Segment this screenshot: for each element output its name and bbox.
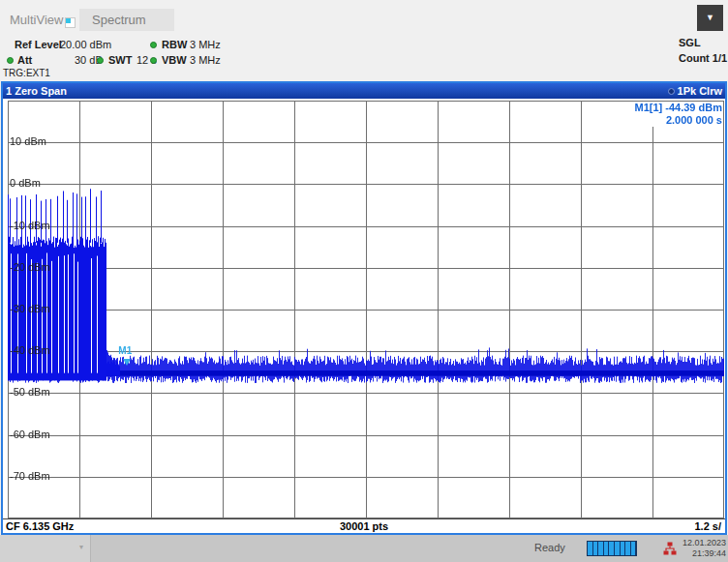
y-axis-tick-label: 0 dBm — [10, 177, 41, 189]
status-bar-left-segment[interactable]: ▾ — [0, 535, 91, 562]
sweep-progress-bar — [587, 541, 637, 556]
trace-mode-dot-icon — [668, 88, 675, 95]
trace-mode-label: 1Pk Clrw — [678, 85, 722, 97]
tab-multiview[interactable]: MultiView — [10, 13, 63, 27]
window-menu-button[interactable]: ▼ — [697, 5, 723, 31]
y-axis-tick-label: -70 dBm — [10, 470, 50, 482]
status-caret-icon: ▾ — [79, 543, 83, 551]
status-bar: ▾ Ready 12.01.2023 21:39:44 — [0, 535, 728, 562]
marker-readout: M1[1] -44.39 dBm 2.000 000 s — [632, 102, 722, 127]
swt-status-led-icon — [97, 57, 104, 64]
instrument-screen: MultiView Spectrum ▼ Ref Level 20.00 dBm… — [0, 0, 728, 562]
ref-level-value[interactable]: 20.00 dBm — [60, 39, 111, 50]
network-status-icon — [663, 542, 677, 559]
multiview-window-icon — [65, 17, 76, 28]
tab-spectrum[interactable]: Spectrum — [79, 9, 174, 31]
measurement-window: 1 Zero Span 1Pk Clrw M1[1] -44.39 dBm 2.… — [1, 81, 727, 535]
y-axis-tick-label: -40 dBm — [10, 344, 50, 356]
y-axis-tick-label: -20 dBm — [10, 261, 50, 273]
marker-readout-level: M1[1] -44.39 dBm — [635, 102, 722, 114]
date-time-display: 12.01.2023 21:39:44 — [682, 538, 726, 559]
spectrum-trace-plot[interactable] — [8, 101, 724, 518]
trace-mode-indicator[interactable]: 1Pk Clrw — [668, 85, 722, 97]
status-state-label: Ready — [534, 542, 565, 553]
marker-m1-triangle-icon[interactable] — [123, 359, 131, 366]
vbw-value[interactable]: 3 MHz — [190, 54, 221, 66]
dropdown-caret-icon: ▼ — [706, 13, 714, 22]
sweep-mode-label[interactable]: SGL — [679, 37, 701, 48]
ref-level-label[interactable]: Ref Level — [15, 39, 62, 50]
rbw-status-led-icon — [150, 42, 157, 48]
vbw-status-led-icon — [150, 57, 157, 64]
marker-m1-label[interactable]: M1 — [118, 345, 132, 356]
att-label[interactable]: Att — [17, 54, 32, 66]
graph-footer: CF 6.135 GHz 30001 pts 1.2 s/ — [3, 518, 725, 533]
sweep-points-field[interactable]: 30001 pts — [3, 520, 725, 532]
sweep-count-label: Count 1/1 — [679, 52, 727, 64]
y-axis-tick-label: -10 dBm — [10, 220, 50, 231]
rbw-value[interactable]: 3 MHz — [190, 39, 221, 50]
y-axis-tick-label: -30 dBm — [10, 303, 50, 314]
att-status-led-icon — [7, 57, 14, 64]
status-time: 21:39:44 — [682, 548, 726, 559]
marker-readout-time: 2.000 000 s — [635, 114, 722, 127]
trigger-source-label[interactable]: TRG:EXT1 — [3, 68, 50, 78]
y-axis-tick-label: -60 dBm — [10, 429, 50, 440]
status-date: 12.01.2023 — [682, 538, 726, 548]
swt-label[interactable]: SWT — [108, 54, 132, 66]
graph-area: M1[1] -44.39 dBm 2.000 000 s M1 10 dBm0 … — [3, 99, 725, 518]
y-axis-tick-label: 10 dBm — [10, 135, 46, 147]
window-titlebar[interactable]: 1 Zero Span 1Pk Clrw — [3, 83, 725, 99]
time-per-division-field[interactable]: 1.2 s/ — [694, 520, 721, 532]
y-axis-tick-label: -50 dBm — [10, 386, 50, 398]
window-title: 1 Zero Span — [6, 85, 67, 97]
vbw-label[interactable]: VBW — [162, 54, 187, 66]
rbw-label[interactable]: RBW — [162, 39, 187, 50]
